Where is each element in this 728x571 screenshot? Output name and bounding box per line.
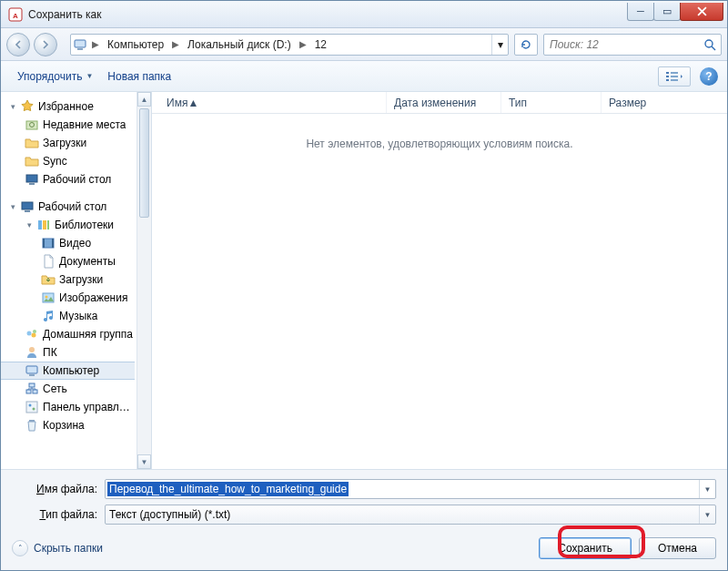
filename-input[interactable]: Перевод_the_ultimate_how_to_marketing_gu… bbox=[107, 482, 349, 496]
tree-label: Домашняя группа bbox=[43, 328, 133, 341]
svg-rect-9 bbox=[671, 72, 678, 74]
tree-music[interactable]: Музыка bbox=[1, 307, 135, 325]
sidebar-scrollbar[interactable]: ▲ ▼ bbox=[136, 92, 151, 469]
column-size[interactable]: Размер bbox=[602, 92, 727, 113]
tree-computer[interactable]: Компьютер bbox=[1, 362, 135, 380]
svg-rect-17 bbox=[25, 210, 30, 212]
chevron-down-icon[interactable]: ▼ bbox=[699, 505, 715, 524]
help-button[interactable]: ? bbox=[700, 67, 718, 86]
column-name[interactable]: Имя▲ bbox=[159, 92, 387, 113]
cancel-button[interactable]: Отмена bbox=[639, 537, 716, 559]
download-icon bbox=[41, 272, 56, 287]
maximize-button[interactable]: ▭ bbox=[653, 3, 681, 21]
nav-bar: ▶ Компьютер ▶ Локальный диск (D:) ▶ 12 ▾ bbox=[1, 28, 727, 61]
svg-rect-34 bbox=[29, 383, 35, 387]
chevron-right-icon: ▶ bbox=[169, 39, 182, 49]
chevron-down-icon: ▼ bbox=[86, 72, 93, 80]
tree-favorites[interactable]: ▾ Избранное bbox=[1, 97, 135, 116]
video-icon bbox=[41, 236, 56, 250]
scroll-thumb[interactable] bbox=[139, 108, 149, 218]
user-icon bbox=[25, 345, 39, 360]
column-headers: Имя▲ Дата изменения Тип Размер bbox=[152, 92, 727, 114]
breadcrumb-segment[interactable]: Компьютер bbox=[102, 35, 169, 55]
chevron-down-icon[interactable]: ▼ bbox=[699, 480, 715, 498]
recycle-bin-icon bbox=[25, 418, 39, 433]
breadcrumb-segment[interactable]: 12 bbox=[309, 35, 332, 55]
svg-line-5 bbox=[712, 46, 715, 50]
chevron-up-icon: ˄ bbox=[12, 540, 28, 556]
tree-libraries[interactable]: ▾Библиотеки bbox=[1, 216, 135, 234]
hide-folders-button[interactable]: ˄ Скрыть папки bbox=[12, 540, 103, 556]
tree-sync[interactable]: Sync bbox=[1, 152, 135, 170]
file-list: Имя▲ Дата изменения Тип Размер Нет элеме… bbox=[152, 92, 727, 469]
homegroup-icon bbox=[25, 327, 39, 342]
empty-message: Нет элементов, удовлетворяющих условиям … bbox=[152, 114, 727, 469]
nav-back-button[interactable] bbox=[6, 33, 30, 56]
svg-rect-14 bbox=[26, 175, 37, 182]
svg-rect-22 bbox=[43, 239, 45, 248]
tree-label: Музыка bbox=[59, 310, 97, 322]
svg-rect-10 bbox=[671, 76, 678, 77]
tree-desktop[interactable]: ▾ Рабочий стол bbox=[1, 198, 135, 216]
tree-label: ПК bbox=[43, 346, 57, 359]
folder-icon bbox=[25, 136, 39, 150]
svg-rect-20 bbox=[47, 220, 49, 229]
control-panel-icon bbox=[25, 400, 39, 414]
desktop-icon bbox=[25, 172, 39, 187]
filename-label: Имя файла: bbox=[12, 483, 105, 495]
nav-forward-button[interactable] bbox=[34, 33, 57, 56]
desktop-icon bbox=[20, 199, 35, 214]
computer-icon bbox=[25, 363, 39, 378]
tree-label: Видео bbox=[59, 237, 91, 250]
breadcrumb-dropdown[interactable]: ▾ bbox=[491, 35, 508, 55]
refresh-button[interactable] bbox=[514, 34, 538, 56]
tree-recycle-bin[interactable]: Корзина bbox=[1, 416, 135, 434]
tree-documents[interactable]: Документы bbox=[1, 252, 135, 270]
tree-video[interactable]: Видео bbox=[1, 234, 135, 252]
svg-point-29 bbox=[29, 347, 35, 352]
window-controls: ─ ▭ bbox=[628, 3, 723, 21]
scroll-up-button[interactable]: ▲ bbox=[137, 92, 151, 107]
tree-pc[interactable]: ПК bbox=[1, 343, 135, 362]
close-button[interactable] bbox=[680, 3, 723, 21]
tree-control-panel[interactable]: Панель управления bbox=[1, 398, 135, 416]
search-box[interactable] bbox=[543, 34, 722, 56]
tree-label: Панель управления bbox=[43, 401, 135, 413]
organize-button[interactable]: Упорядочить ▼ bbox=[10, 66, 100, 87]
scroll-down-button[interactable]: ▼ bbox=[137, 454, 151, 469]
search-input[interactable] bbox=[548, 37, 703, 52]
view-options-button[interactable] bbox=[658, 66, 691, 87]
breadcrumb-segment[interactable]: Локальный диск (D:) bbox=[182, 35, 297, 55]
tree-label: Библиотеки bbox=[55, 219, 114, 231]
column-type[interactable]: Тип bbox=[501, 92, 602, 113]
svg-point-26 bbox=[27, 331, 32, 336]
new-folder-button[interactable]: Новая папка bbox=[100, 66, 178, 87]
search-icon[interactable] bbox=[703, 37, 717, 52]
tree-desktop-fav[interactable]: Рабочий стол bbox=[1, 170, 135, 189]
collapse-icon[interactable]: ▾ bbox=[25, 220, 35, 229]
tree-homegroup[interactable]: Домашняя группа bbox=[1, 325, 135, 343]
collapse-icon[interactable]: ▾ bbox=[8, 102, 18, 111]
hide-folders-label: Скрыть папки bbox=[34, 542, 103, 555]
tree-downloads[interactable]: Загрузки bbox=[1, 134, 135, 152]
address-breadcrumb[interactable]: ▶ Компьютер ▶ Локальный диск (D:) ▶ 12 ▾ bbox=[70, 34, 509, 56]
svg-rect-30 bbox=[26, 366, 37, 373]
svg-rect-6 bbox=[666, 72, 669, 74]
filename-combo[interactable]: Перевод_the_ultimate_how_to_marketing_gu… bbox=[105, 479, 716, 499]
tree-label: Корзина bbox=[43, 419, 85, 432]
tree-pictures[interactable]: Изображения bbox=[1, 289, 135, 307]
collapse-icon[interactable]: ▾ bbox=[8, 202, 18, 211]
filetype-combo[interactable]: Текст (доступный) (*.txt) ▼ bbox=[105, 505, 716, 525]
column-date[interactable]: Дата изменения bbox=[387, 92, 501, 113]
tree-downloads-lib[interactable]: Загрузки bbox=[1, 270, 135, 289]
pictures-icon bbox=[41, 291, 56, 305]
tree-network[interactable]: Сеть bbox=[1, 380, 135, 398]
minimize-button[interactable]: ─ bbox=[627, 3, 654, 21]
svg-rect-16 bbox=[22, 202, 33, 209]
svg-rect-8 bbox=[666, 79, 669, 81]
save-button[interactable]: Сохранить bbox=[539, 537, 632, 559]
tree-recent-places[interactable]: Недавние места bbox=[1, 116, 135, 134]
svg-rect-2 bbox=[75, 40, 86, 47]
svg-text:А: А bbox=[13, 12, 18, 20]
svg-rect-15 bbox=[29, 183, 35, 185]
